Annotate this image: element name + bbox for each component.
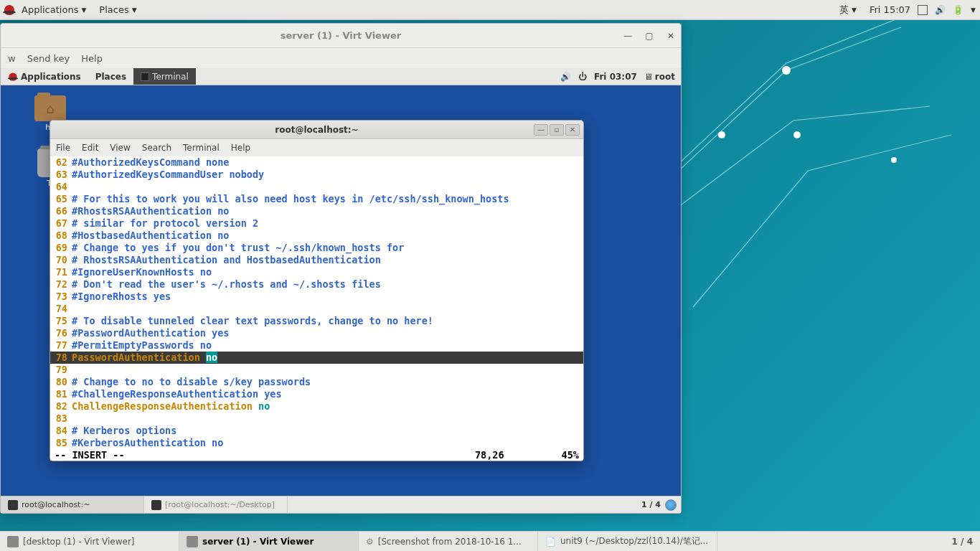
vim-mode: -- INSERT -- (55, 449, 125, 461)
menu-sendkey[interactable]: Send key (27, 53, 70, 64)
code-text: #KerberosAuthentication no (72, 437, 583, 449)
battery-icon[interactable] (953, 4, 963, 15)
guest-user-label: root (655, 72, 675, 82)
line-number: 70 (50, 254, 72, 266)
menu-terminal[interactable]: Terminal (183, 143, 220, 153)
maximize-button[interactable]: ▫ (550, 124, 564, 136)
applications-menu[interactable]: Applications ▼ (16, 3, 92, 17)
menu-view[interactable]: View (110, 143, 130, 153)
code-line: 82ChallengeResponseAuthentication no (50, 400, 583, 413)
vim-scroll-pct: 45% (562, 449, 579, 461)
line-number: 84 (50, 425, 72, 437)
guest-clock[interactable]: Fri 03:07 (594, 72, 637, 82)
code-text: # Change to yes if you don't trust ~/.ss… (72, 242, 583, 254)
line-number: 82 (50, 400, 72, 413)
terminal-titlebar[interactable]: root@localhost:~ — ▫ ✕ (50, 121, 583, 139)
terminal-title: root@localhost:~ (50, 125, 583, 135)
code-line: 62#AuthorizedKeysCommand none (50, 156, 583, 169)
vim-status-line: -- INSERT -- 78,26 45% (50, 449, 583, 461)
virt-titlebar[interactable]: server (1) - Virt Viewer — ▢ ✕ (1, 24, 681, 48)
guest-user-menu[interactable]: 🖥 root (644, 72, 675, 82)
code-line: 78PasswordAuthentication no (50, 352, 583, 364)
places-label: Places (99, 4, 128, 15)
image-icon (366, 537, 374, 547)
chevron-down-icon[interactable]: ▼ (971, 6, 976, 14)
menu-w[interactable]: w (8, 53, 16, 64)
guest-workspace-indicator[interactable]: 1 / 4 (641, 500, 661, 509)
host-workspace-indicator[interactable]: 1 / 4 (952, 537, 973, 547)
menu-help[interactable]: Help (81, 53, 103, 64)
code-text (72, 303, 583, 315)
guest-desktop[interactable]: ho Tr root@localhost:~ — ▫ ✕ (1, 85, 681, 496)
menu-help[interactable]: Help (231, 143, 250, 153)
host-task-desktop-virt[interactable]: [desktop (1) - Virt Viewer] (0, 532, 179, 551)
code-line: 69# Change to yes if you don't trust ~/.… (50, 242, 583, 254)
host-desktop: server (1) - Virt Viewer — ▢ ✕ w Send ke… (0, 20, 980, 531)
guest-applications-menu[interactable]: Applications (1, 68, 88, 85)
svg-point-3 (891, 157, 897, 163)
ime-indicator[interactable]: 英 ▼ (834, 2, 862, 18)
guest-places-menu[interactable]: Places (88, 68, 133, 85)
code-text: # To disable tunneled clear text passwor… (72, 315, 583, 327)
code-text (72, 413, 583, 425)
code-line: 70# RhostsRSAAuthentication and Hostbase… (50, 254, 583, 266)
host-task-screenshot[interactable]: [Screenshot from 2018-10-16 1... (359, 532, 538, 551)
host-task2-label: server (1) - Virt Viewer (202, 537, 314, 547)
code-line: 72# Don't read the user's ~/.rhosts and … (50, 278, 583, 291)
chevron-down-icon: ▼ (81, 6, 86, 14)
monitor-icon: 🖥 (644, 72, 653, 82)
code-line: 68#HostbasedAuthentication no (50, 230, 583, 242)
speaker-icon[interactable] (560, 72, 571, 82)
guest-terminal-label: Terminal (152, 72, 189, 82)
virt-menubar: w Send key Help (1, 48, 681, 68)
close-button[interactable]: ✕ (565, 124, 580, 136)
terminal-menubar: File Edit View Search Terminal Help (50, 139, 583, 156)
power-icon[interactable]: ⏻ (578, 72, 587, 82)
maximize-button[interactable]: ▢ (644, 30, 655, 42)
terminal-window: root@localhost:~ — ▫ ✕ File Edit View Se… (50, 120, 584, 461)
minimize-button[interactable]: — (534, 124, 548, 136)
terminal-body[interactable]: 62#AuthorizedKeysCommand none63#Authoriz… (50, 156, 583, 449)
places-menu[interactable]: Places ▼ (93, 3, 142, 17)
svg-point-2 (718, 131, 725, 138)
workspace-switcher-icon[interactable] (665, 499, 677, 511)
folder-icon (34, 95, 66, 121)
code-line: 65# For this to work you will also need … (50, 193, 583, 205)
guest-bottombar: root@localhost:~ [root@localhost:~/Deskt… (1, 496, 681, 513)
menu-search[interactable]: Search (142, 143, 171, 153)
applications-label: Applications (22, 4, 78, 15)
line-number: 78 (50, 352, 72, 364)
host-task-server-virt[interactable]: server (1) - Virt Viewer (179, 532, 359, 551)
close-button[interactable]: ✕ (665, 30, 677, 42)
minimize-button[interactable]: — (622, 30, 633, 42)
guest-places-label: Places (95, 72, 126, 82)
ime-label: 英 (839, 4, 849, 17)
code-line: 64 (50, 181, 583, 193)
code-line: 76#PasswordAuthentication yes (50, 327, 583, 339)
code-text: # Change to no to disable s/key password… (72, 376, 583, 388)
window-icon[interactable] (918, 5, 928, 15)
code-line: 81#ChallengeResponseAuthentication yes (50, 388, 583, 400)
code-text: # Don't read the user's ~/.rhosts and ~/… (72, 278, 583, 291)
window-title: server (1) - Virt Viewer (1, 30, 681, 41)
code-text: # RhostsRSAAuthentication and HostbasedA… (72, 254, 583, 266)
line-number: 76 (50, 327, 72, 339)
line-number: 73 (50, 291, 72, 303)
guest-task-terminal1[interactable]: root@localhost:~ (1, 496, 144, 513)
menu-edit[interactable]: Edit (82, 143, 98, 153)
host-task-gedit[interactable]: unit9 (~/Desktop/zzl(10.14)/笔记... (538, 532, 717, 551)
line-number: 66 (50, 205, 72, 217)
speaker-icon[interactable] (935, 4, 946, 15)
host-task4-label: unit9 (~/Desktop/zzl(10.14)/笔记... (560, 535, 708, 547)
line-number: 74 (50, 303, 72, 315)
line-number: 80 (50, 376, 72, 388)
menu-file[interactable]: File (56, 143, 70, 153)
guest-task-terminal2[interactable]: [root@localhost:~/Desktop] (144, 496, 288, 513)
guest-task1-label: root@localhost:~ (22, 500, 90, 509)
code-text: #PermitEmptyPasswords no (72, 339, 583, 352)
guest-terminal-task[interactable]: Terminal (133, 68, 196, 85)
host-clock[interactable]: Fri 15:07 (870, 4, 910, 15)
chevron-down-icon: ▼ (132, 6, 137, 14)
code-text (72, 181, 583, 193)
code-line: 63#AuthorizedKeysCommandUser nobody (50, 169, 583, 181)
